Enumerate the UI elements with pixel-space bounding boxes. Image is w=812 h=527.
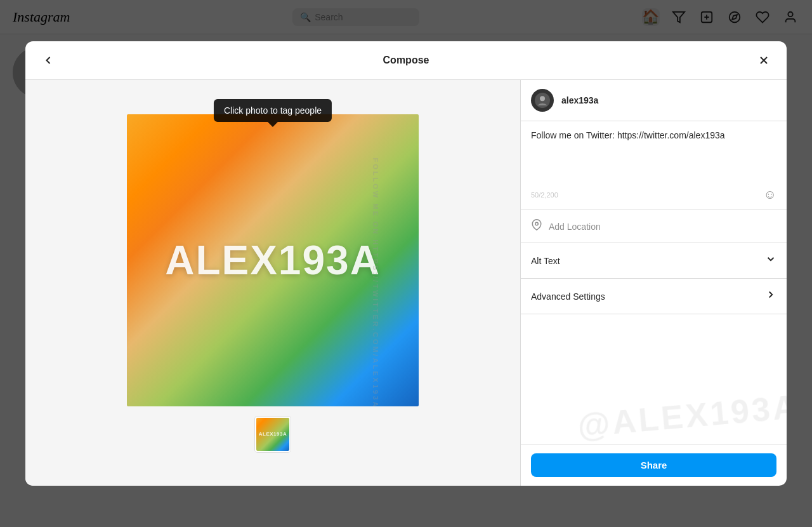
- modal-header: Compose: [25, 41, 787, 80]
- alt-text-label: Alt Text: [531, 256, 560, 266]
- advanced-settings-label: Advanced Settings: [531, 291, 605, 302]
- tag-people-tooltip: Click photo to tag people: [214, 99, 332, 122]
- username-label: alex193a: [561, 95, 598, 105]
- right-panel: alex193a 50/2,200 ☺ Add Location: [520, 80, 787, 486]
- spacer: [521, 314, 787, 444]
- thumbnail-strip: ALEX193A: [255, 417, 291, 452]
- caption-footer: 50/2,200 ☺: [531, 187, 776, 202]
- thumbnail-text: ALEX193A: [259, 431, 287, 437]
- alt-text-row[interactable]: Alt Text: [521, 243, 787, 279]
- share-button-area: Share: [521, 444, 787, 486]
- chevron-down-icon: [765, 253, 776, 268]
- user-row: alex193a: [521, 80, 787, 121]
- svg-point-12: [535, 222, 539, 225]
- user-avatar: [531, 89, 554, 112]
- modal-body: Click photo to tag people ALEX193A FOLLO…: [25, 80, 787, 486]
- modal-overlay: Compose Click photo to tag people ALEX19…: [0, 0, 812, 527]
- char-count: 50/2,200: [531, 191, 558, 199]
- chevron-right-icon: [765, 289, 776, 304]
- emoji-button[interactable]: ☺: [764, 187, 776, 202]
- watermark-vertical: FOLLOW ME ON HTTPS://TWITTER.COM/ALEX193…: [372, 157, 380, 408]
- advanced-settings-row[interactable]: Advanced Settings: [521, 279, 787, 314]
- share-button[interactable]: Share: [531, 453, 776, 477]
- location-row[interactable]: Add Location: [521, 210, 787, 243]
- svg-point-11: [540, 96, 545, 101]
- compose-modal: Compose Click photo to tag people ALEX19…: [25, 41, 787, 486]
- back-button[interactable]: [38, 50, 58, 70]
- thumbnail-item[interactable]: ALEX193A: [255, 417, 291, 452]
- image-text: ALEX193A: [165, 237, 381, 284]
- modal-title: Compose: [58, 55, 754, 66]
- location-placeholder: Add Location: [549, 222, 776, 232]
- caption-area: 50/2,200 ☺: [521, 121, 787, 210]
- location-icon: [531, 219, 542, 234]
- caption-textarea[interactable]: [531, 129, 776, 180]
- close-button[interactable]: [754, 50, 774, 70]
- left-panel: Click photo to tag people ALEX193A FOLLO…: [25, 80, 520, 486]
